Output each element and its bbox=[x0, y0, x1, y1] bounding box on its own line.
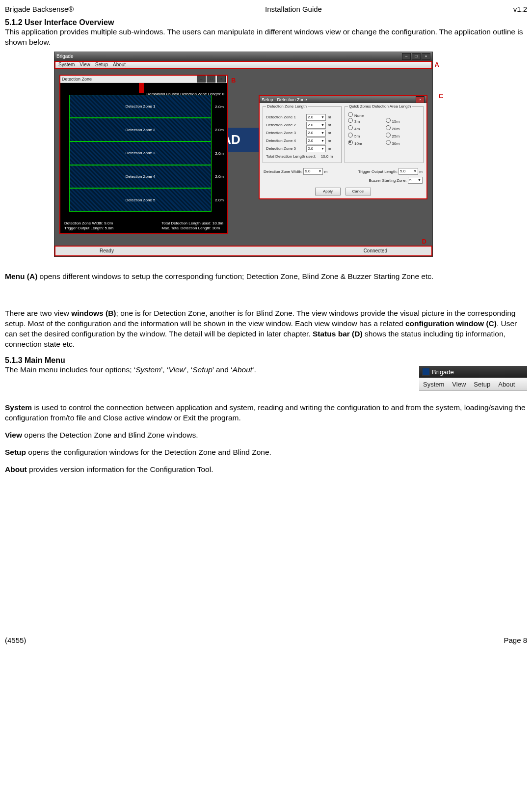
status-bar: D Ready Connected bbox=[54, 246, 432, 256]
trigger-label: Trigger Output Length: bbox=[358, 169, 398, 173]
footer-left: (4555) bbox=[5, 636, 26, 644]
zone5-select[interactable]: 2.0▼ bbox=[306, 145, 326, 152]
annotation-D: D bbox=[422, 238, 426, 245]
zone-row: Detection Zone 22.0m bbox=[69, 118, 212, 141]
radio-4m[interactable] bbox=[348, 125, 353, 130]
snippet-menu-view[interactable]: View bbox=[452, 381, 466, 388]
app-menubar: System View Setup About A bbox=[54, 61, 432, 69]
legend-quick-zones: Quick Zones Detection Area Length bbox=[348, 104, 412, 109]
chevron-down-icon: ▼ bbox=[321, 139, 324, 142]
vw-maximize-icon[interactable]: □ bbox=[207, 76, 215, 83]
chevron-down-icon: ▼ bbox=[321, 147, 324, 150]
zone3-select[interactable]: 2.0▼ bbox=[306, 130, 326, 137]
zone-value: 2.0m bbox=[215, 104, 224, 109]
radio-5m[interactable] bbox=[348, 133, 353, 138]
snippet-menu-setup[interactable]: Setup bbox=[474, 381, 490, 388]
status-right: Connected bbox=[364, 248, 387, 253]
app-icon bbox=[422, 368, 430, 376]
chevron-down-icon: ▼ bbox=[321, 123, 324, 127]
radio-10m[interactable] bbox=[348, 140, 353, 145]
view-window-footer: Detection Zone Width: 9.0m Trigger Outpu… bbox=[64, 221, 223, 231]
vw-minimize-icon[interactable]: – bbox=[197, 76, 206, 83]
header-right: v1.2 bbox=[513, 5, 527, 13]
zone-row: Detection Zone 12.0m bbox=[69, 95, 212, 118]
zone-row: Detection Zone 52.0m bbox=[69, 188, 212, 212]
chevron-down-icon: ▼ bbox=[418, 178, 421, 182]
vw-footer-width: Detection Zone Width: 9.0m bbox=[64, 221, 113, 226]
close-icon[interactable]: × bbox=[422, 53, 430, 60]
paragraph-about: About provides version information for t… bbox=[5, 465, 527, 475]
radio-3m[interactable] bbox=[348, 118, 353, 123]
fieldset-zone-length: Detection Zone Length Detection Zone 12.… bbox=[263, 106, 342, 163]
menu-about[interactable]: About bbox=[113, 62, 126, 67]
paragraph-system: System is used to control the connection… bbox=[5, 403, 527, 423]
vw-footer-total: Total Detection Length used: 10.0m bbox=[161, 221, 223, 226]
zone1-select[interactable]: 2.0▼ bbox=[306, 114, 326, 121]
radio-30m[interactable] bbox=[386, 140, 391, 145]
vw-close-icon[interactable]: × bbox=[217, 76, 226, 83]
radio-20m[interactable] bbox=[386, 125, 391, 130]
width-select[interactable]: 9.0▼ bbox=[303, 168, 323, 175]
menu-snippet-image: Brigade System View Setup About bbox=[419, 366, 527, 391]
section-512-body: This application provides multiple sub-w… bbox=[5, 27, 527, 48]
chevron-down-icon: ▼ bbox=[318, 169, 321, 173]
zone-value: 2.0m bbox=[215, 151, 224, 155]
radio-none[interactable] bbox=[348, 112, 353, 117]
page-header: Brigade Backsense® Installation Guide v1… bbox=[5, 5, 527, 13]
zone2-select[interactable]: 2.0▼ bbox=[306, 122, 326, 129]
zone-value: 2.0m bbox=[215, 174, 224, 179]
zone4-select[interactable]: 2.0▼ bbox=[306, 138, 326, 144]
vw-footer-trigger: Trigger Output Length: 5.0m bbox=[64, 226, 113, 231]
paragraph-menu-a: Menu (A) opens different windows to setu… bbox=[5, 272, 527, 282]
fieldset-quick-zones: Quick Zones Detection Area Length None 3… bbox=[345, 106, 424, 163]
app-title: Brigade bbox=[56, 54, 73, 59]
header-left: Brigade Backsense® bbox=[5, 5, 74, 13]
chevron-down-icon: ▼ bbox=[413, 169, 417, 173]
header-center: Installation Guide bbox=[265, 5, 322, 13]
vw-footer-max: Max. Total Detection Length: 30m bbox=[161, 226, 223, 231]
menu-system[interactable]: System bbox=[58, 62, 75, 67]
snippet-title: Brigade bbox=[432, 368, 454, 376]
view-window-detection-zone: Detection Zone – □ × Remaining unused De… bbox=[59, 75, 228, 234]
section-512-title: 5.1.2 User Interface Overview bbox=[5, 18, 527, 27]
paragraph-view: View opens the Detection Zone and Blind … bbox=[5, 430, 527, 441]
maximize-icon[interactable]: □ bbox=[412, 53, 421, 60]
cfg-close-icon[interactable]: × bbox=[416, 96, 425, 103]
chevron-down-icon: ▼ bbox=[321, 131, 324, 135]
zone-value: 2.0m bbox=[215, 198, 224, 202]
buzzer-select[interactable]: 5▼ bbox=[408, 177, 423, 184]
radio-15m[interactable] bbox=[386, 118, 391, 123]
apply-button[interactable]: Apply bbox=[315, 188, 341, 195]
radio-25m[interactable] bbox=[386, 133, 391, 138]
zone-row: Detection Zone 32.0m bbox=[69, 141, 212, 165]
total-length-value: 10.0 m bbox=[321, 154, 333, 159]
footer-right: Page 8 bbox=[504, 636, 527, 644]
annotation-B: B bbox=[231, 77, 236, 84]
snippet-menu-about[interactable]: About bbox=[498, 381, 515, 388]
status-left: Ready bbox=[100, 248, 114, 253]
snippet-menu-system[interactable]: System bbox=[423, 381, 444, 388]
vehicle-marker-icon bbox=[139, 83, 144, 93]
zone-row: Detection Zone 42.0m bbox=[69, 165, 212, 189]
menu-view[interactable]: View bbox=[80, 62, 90, 67]
zone-value: 2.0m bbox=[215, 128, 224, 132]
config-window-detection-zone: Setup - Detection Zone × Detection Zone … bbox=[259, 95, 427, 199]
menu-setup[interactable]: Setup bbox=[95, 62, 108, 67]
buzzer-label: Buzzer Starting Zone: bbox=[369, 178, 406, 182]
config-window-title: Setup - Detection Zone bbox=[262, 97, 307, 102]
app-titlebar: Brigade – □ × bbox=[54, 52, 432, 61]
section-513-title: 5.1.3 Main Menu bbox=[5, 356, 527, 365]
app-screenshot: Brigade – □ × System View Setup About A … bbox=[54, 52, 433, 257]
annotation-C: C bbox=[439, 92, 443, 100]
paragraph-windows-b: There are two view windows (B); one is f… bbox=[5, 308, 527, 350]
paragraph-setup: Setup opens the configuration windows fo… bbox=[5, 447, 527, 458]
width-label: Detection Zone Width: bbox=[264, 169, 302, 173]
chevron-down-icon: ▼ bbox=[321, 115, 324, 119]
view-window-title: Detection Zone bbox=[62, 77, 92, 82]
annotation-A: A bbox=[435, 61, 439, 68]
total-length-label: Total Detection Length used: bbox=[266, 154, 316, 159]
cancel-button[interactable]: Cancel bbox=[346, 188, 371, 195]
trigger-select[interactable]: 5.0▼ bbox=[399, 168, 418, 175]
page-footer: (4555) Page 8 bbox=[0, 634, 532, 649]
minimize-icon[interactable]: – bbox=[402, 53, 411, 60]
